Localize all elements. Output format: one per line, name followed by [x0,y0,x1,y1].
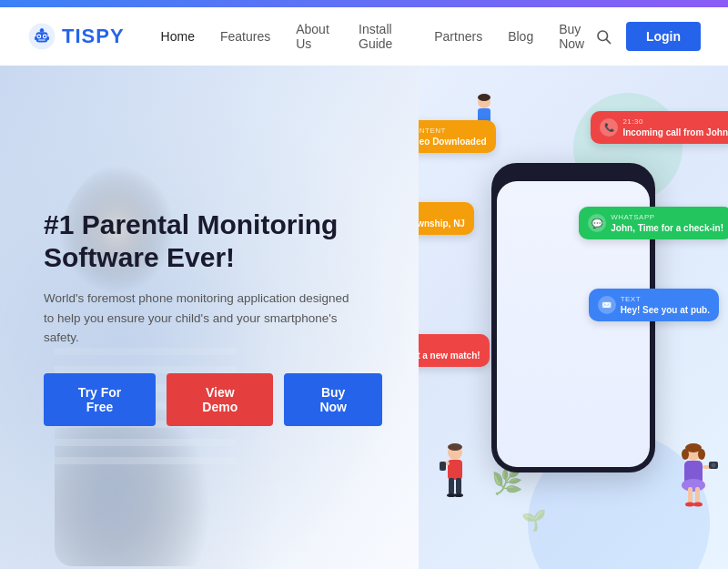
try-free-button[interactable]: Try For Free [44,373,156,426]
svg-point-43 [712,463,716,468]
svg-line-12 [606,39,610,43]
notification-whatsapp: 💬 WHATSAPP John, Time for a check-in! [579,207,728,239]
header-actions: Login [595,22,701,51]
hero-buttons: Try For Free View Demo Buy Now [44,373,382,426]
notification-text-message: ✉️ TEXT Hey! See you at pub. [589,289,719,321]
nav-item-features[interactable]: Features [220,29,270,44]
adult-content-text: Adult Video Downloaded [419,137,487,147]
call-text: Incoming call from John [622,127,728,137]
svg-point-36 [682,479,705,492]
svg-point-23 [448,443,462,451]
notification-call: 📞 21:30 Incoming call from John [591,111,728,144]
hero-right: 🌿 🌱 18+ ADULT CONTENT Adult Video Downlo… [419,66,728,569]
hero-title: #1 Parental Monitoring Software Ever! [44,208,382,274]
whatsapp-label: WHATSAPP [611,213,723,221]
svg-point-34 [698,449,705,460]
figure-left [437,442,473,514]
search-icon [595,28,612,45]
top-bar [0,0,728,7]
svg-point-45 [478,94,490,101]
call-label: 21:30 [622,117,728,126]
location-text: Mt Olive Township, NJ [419,218,465,229]
svg-rect-24 [448,460,462,480]
phone-notch [546,168,601,181]
svg-rect-25 [449,478,454,494]
notification-tinder: 🔥 TINDER You got a new match! [419,334,490,367]
svg-point-33 [682,449,689,460]
text-label: TEXT [621,295,710,303]
nav-item-home[interactable]: Home [161,29,195,44]
main-nav: Home Features About Us Install Guide Par… [161,22,595,51]
nav-item-buy-now[interactable]: Buy Now [559,22,595,51]
svg-point-5 [44,36,46,37]
tinder-text: You got a new match! [419,351,480,361]
svg-rect-21 [55,457,237,464]
hero-section: #1 Parental Monitoring Software Ever! Wo… [0,66,728,569]
logo[interactable]: TISPY [27,22,125,51]
login-button[interactable]: Login [626,22,701,51]
nav-item-blog[interactable]: Blog [508,29,533,44]
svg-rect-7 [35,36,36,40]
adult-content-label: ADULT CONTENT [419,127,487,135]
search-button[interactable] [595,28,612,45]
hero-content: #1 Parental Monitoring Software Ever! Wo… [44,208,382,426]
svg-point-40 [693,503,703,507]
view-demo-button[interactable]: View Demo [167,373,273,426]
tinder-label: TINDER [419,340,480,349]
svg-rect-37 [688,487,693,503]
leaf-decoration-2: 🌱 [521,509,546,533]
nav-item-about[interactable]: About Us [296,22,333,51]
svg-rect-28 [440,462,446,471]
svg-rect-8 [47,36,49,40]
svg-rect-20 [55,439,237,446]
location-label: 17:15 [419,208,465,217]
notification-location: 📍 17:15 Mt Olive Township, NJ [419,202,474,235]
svg-point-39 [685,503,694,507]
svg-point-30 [454,493,463,497]
nav-item-partners[interactable]: Partners [434,29,482,44]
svg-rect-38 [695,487,700,503]
hero-left: #1 Parental Monitoring Software Ever! Wo… [0,66,419,569]
notification-adult-content: 18+ ADULT CONTENT Adult Video Downloaded [419,120,496,153]
hero-subtitle: World's foremost phone monitoring applic… [44,289,353,348]
whatsapp-text: John, Time for a check-in! [611,223,723,233]
svg-point-4 [38,36,40,37]
nav-item-install-guide[interactable]: Install Guide [359,22,409,51]
header: TISPY Home Features About Us Install Gui… [0,7,728,66]
logo-wordmark: TISPY [62,25,125,48]
buy-now-button[interactable]: Buy Now [284,373,382,426]
figure-right [669,442,719,523]
logo-icon [27,22,56,51]
svg-rect-10 [40,28,43,30]
svg-rect-26 [456,478,461,494]
text-text: Hey! See you at pub. [621,305,710,315]
